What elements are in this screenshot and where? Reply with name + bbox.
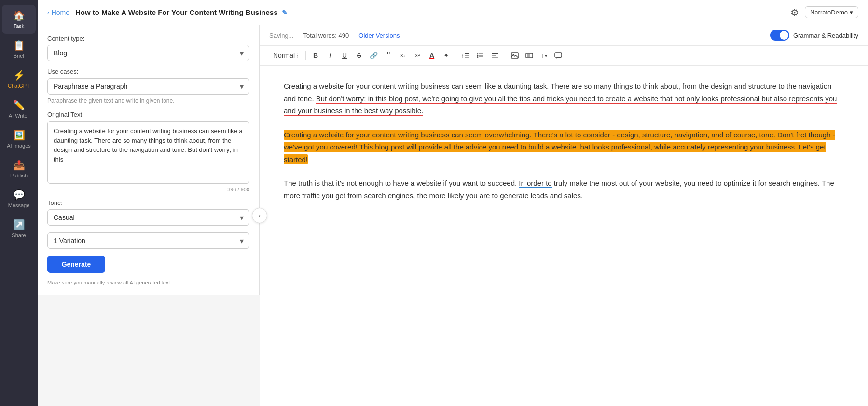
svg-point-10: [477, 56, 479, 58]
svg-rect-11: [479, 57, 483, 58]
svg-rect-12: [492, 53, 498, 54]
publish-icon: 📤: [13, 159, 25, 171]
toolbar-embed[interactable]: [523, 49, 536, 62]
use-case-select[interactable]: Paraphrase a Paragraph Summarize Expand: [47, 78, 249, 95]
toolbar-bold[interactable]: B: [309, 49, 322, 62]
sidebar-item-chatgpt[interactable]: ⚡ ChatGPT: [2, 65, 36, 94]
title-text: How to Make A Website For Your Content W…: [75, 8, 277, 16]
highlighted-text: Creating a website for your content writ…: [284, 130, 835, 164]
sidebar-item-task[interactable]: 🏠 Task: [2, 5, 36, 34]
toolbar-color[interactable]: A: [425, 49, 439, 62]
sidebar-item-share[interactable]: ↗️ Share: [2, 214, 36, 243]
svg-rect-1: [465, 55, 469, 56]
use-case-select-wrapper: Paraphrase a Paragraph Summarize Expand: [47, 78, 249, 95]
toolbar-align[interactable]: [488, 49, 502, 62]
generate-button[interactable]: Generate: [47, 256, 105, 273]
paragraph-1: Creating a website for your content writ…: [284, 80, 844, 117]
editor-topbar: Saving... Total words: 490 Older Version…: [260, 25, 868, 46]
sidebar-item-brief[interactable]: 📋 Brief: [2, 35, 36, 64]
variation-select[interactable]: 1 Variation 2 Variations 3 Variations: [47, 232, 249, 249]
tone-select[interactable]: Casual Formal Friendly Professional: [47, 209, 249, 226]
toolbar-clear-format[interactable]: Tx: [537, 49, 551, 62]
use-cases-section: Use cases: Paraphrase a Paragraph Summar…: [47, 68, 249, 104]
svg-rect-18: [527, 54, 530, 57]
toolbar-normal[interactable]: Normal ⁝: [269, 50, 303, 61]
disclaimer: Make sure you manually review all AI gen…: [47, 280, 249, 285]
sidebar-label-chatgpt: ChatGPT: [8, 83, 30, 89]
sidebar-label-share: Share: [12, 232, 26, 238]
sidebar-item-ai-images[interactable]: 🖼️ AI Images: [2, 124, 36, 153]
sidebar-label-task: Task: [14, 23, 25, 29]
toolbar-superscript[interactable]: x²: [411, 49, 424, 62]
svg-rect-0: [465, 53, 469, 54]
variation-select-wrapper: 1 Variation 2 Variations 3 Variations: [47, 232, 249, 249]
chatgpt-icon: ⚡: [13, 69, 25, 81]
settings-button[interactable]: ⚙: [790, 7, 799, 18]
right-panel: Saving... Total words: 490 Older Version…: [260, 25, 868, 406]
word-count: Total words: 490: [303, 32, 349, 39]
svg-rect-14: [492, 57, 498, 58]
svg-point-8: [477, 55, 479, 56]
generate-section: Generate: [47, 256, 249, 273]
back-button[interactable]: ‹ Home: [47, 9, 69, 16]
toolbar-subscript[interactable]: x₂: [396, 49, 410, 62]
content-type-select[interactable]: Blog Article Social Post: [47, 45, 249, 61]
older-versions-link[interactable]: Older Versions: [358, 32, 400, 39]
toolbar-quote[interactable]: ": [382, 49, 395, 62]
toolbar-strikethrough[interactable]: S: [352, 49, 366, 62]
svg-text:3: 3: [462, 56, 464, 58]
sidebar-item-ai-writer[interactable]: ✏️ AI Writer: [2, 95, 36, 123]
brief-icon: 📋: [13, 40, 25, 51]
saving-status: Saving...: [269, 32, 294, 39]
content-area: Content type: Blog Article Social Post U…: [38, 25, 868, 406]
toolbar-highlight[interactable]: ✦: [440, 49, 453, 62]
sidebar-item-publish[interactable]: 📤 Publish: [2, 154, 36, 183]
main-container: ‹ Home How to Make A Website For Your Co…: [38, 0, 868, 406]
original-text-wrapper: Creating a website for your content writ…: [47, 121, 249, 186]
content-type-select-wrapper: Blog Article Social Post: [47, 45, 249, 61]
ai-images-icon: 🖼️: [13, 129, 25, 141]
left-panel: Content type: Blog Article Social Post U…: [38, 25, 260, 295]
content-type-label: Content type:: [47, 35, 249, 42]
original-text-input[interactable]: Creating a website for your content writ…: [47, 121, 249, 184]
sidebar-label-message: Message: [8, 203, 30, 208]
editor-content[interactable]: Creating a website for your content writ…: [260, 66, 868, 406]
back-label: Home: [52, 9, 69, 16]
paragraph-2: Creating a website for your content writ…: [284, 129, 844, 166]
toolbar-image[interactable]: [508, 49, 522, 62]
sidebar: 🏠 Task 📋 Brief ⚡ ChatGPT ✏️ AI Writer 🖼️…: [0, 0, 38, 406]
toolbar-divider-1: [305, 51, 306, 60]
svg-point-6: [477, 53, 479, 54]
variation-section: 1 Variation 2 Variations 3 Variations: [47, 232, 249, 249]
tone-label: Tone:: [47, 199, 249, 206]
toolbar-italic[interactable]: I: [323, 49, 337, 62]
toolbar-ordered-list[interactable]: 123: [459, 49, 473, 62]
grammar-toggle-wrapper: Grammar & Readability: [770, 30, 858, 41]
ai-writer-icon: ✏️: [13, 99, 25, 111]
edit-icon[interactable]: ✎: [282, 9, 288, 16]
grammar-error-1: But don't worry; in this blog post, we'r…: [284, 95, 837, 116]
toolbar-comment[interactable]: [551, 49, 565, 62]
content-type-section: Content type: Blog Article Social Post: [47, 35, 249, 61]
toolbar-link[interactable]: 🔗: [367, 49, 381, 62]
toolbar-underline[interactable]: U: [338, 49, 351, 62]
use-case-description: Paraphrase the given text and write in g…: [47, 97, 249, 104]
sidebar-label-brief: Brief: [14, 53, 25, 59]
share-icon: ↗️: [13, 219, 25, 230]
account-label: NarratoDemo: [810, 9, 848, 16]
account-menu[interactable]: NarratoDemo ▾: [805, 6, 858, 18]
grammar-label: Grammar & Readability: [793, 32, 858, 39]
collapse-panel-button[interactable]: ‹: [252, 208, 267, 223]
sidebar-label-publish: Publish: [10, 173, 28, 178]
grammar-toggle[interactable]: [770, 30, 789, 41]
toolbar-unordered-list[interactable]: [474, 49, 487, 62]
chevron-left-icon: ‹: [47, 9, 50, 16]
tone-section: Tone: Casual Formal Friendly Professiona…: [47, 199, 249, 226]
original-text-section: Original Text: Creating a website for yo…: [47, 111, 249, 192]
topbar: ‹ Home How to Make A Website For Your Co…: [38, 0, 868, 25]
page-title: How to Make A Website For Your Content W…: [75, 8, 785, 16]
toolbar: Normal ⁝ B I U S 🔗 " x₂ x² A ✦ 123: [260, 46, 868, 66]
home-icon: 🏠: [13, 10, 25, 21]
svg-rect-13: [492, 55, 496, 56]
sidebar-item-message[interactable]: 💬 Message: [2, 184, 36, 213]
